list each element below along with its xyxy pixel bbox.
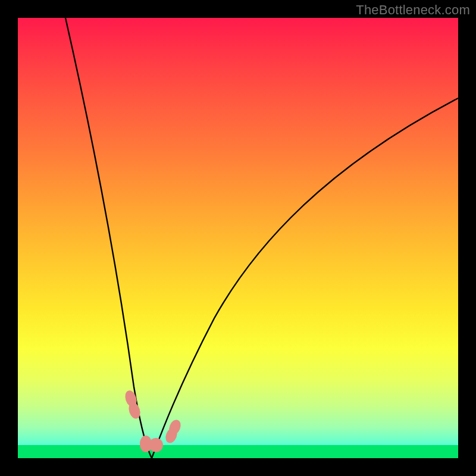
chart-frame: TheBottleneck.com bbox=[0, 0, 476, 476]
left-curve bbox=[65, 18, 152, 458]
plot-area bbox=[18, 18, 458, 458]
curves-layer bbox=[18, 18, 458, 458]
marker-group bbox=[123, 389, 183, 452]
right-curve bbox=[152, 98, 458, 458]
marker-dot bbox=[149, 438, 163, 452]
watermark-text: TheBottleneck.com bbox=[356, 2, 470, 18]
